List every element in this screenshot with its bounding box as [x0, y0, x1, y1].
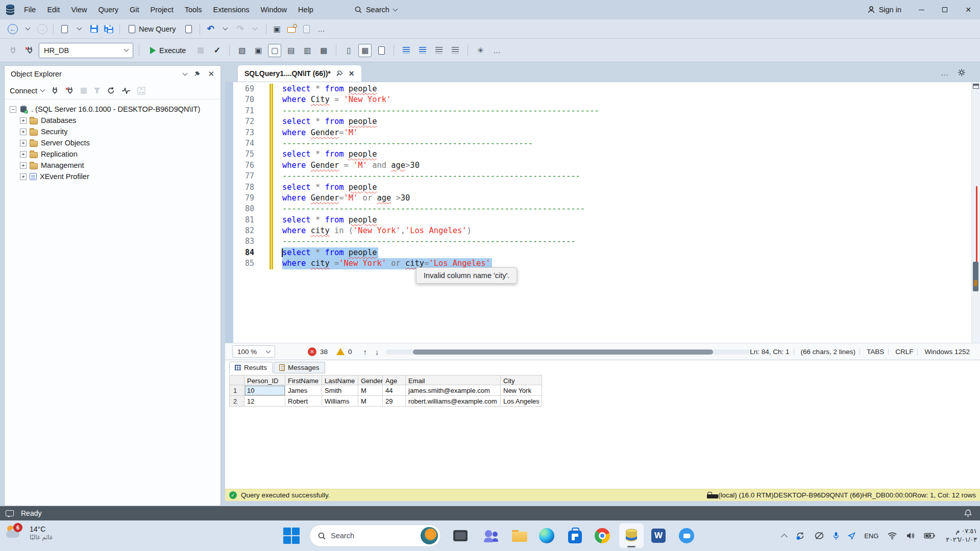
new-query-button[interactable]: New Query [124, 21, 181, 37]
back-dropdown[interactable] [21, 22, 34, 36]
code-line[interactable]: 83 -------------------------------------… [225, 236, 971, 247]
touchpad-disabled-icon[interactable] [814, 531, 824, 540]
tree-node-server[interactable]: − . (SQL Server 16.0.1000 - DESKTOP-B96D… [5, 104, 220, 115]
expand-icon[interactable]: + [20, 173, 27, 180]
grid-cell[interactable]: Smith [322, 385, 358, 396]
filter-icon[interactable] [93, 87, 101, 94]
taskbar-app-chrome[interactable] [590, 523, 615, 548]
code-line[interactable]: 75 select * from people [225, 149, 971, 160]
feedback-bubble-icon[interactable] [6, 510, 14, 516]
column-header[interactable]: Email [406, 375, 501, 385]
tree-node[interactable]: + Replication [5, 148, 220, 160]
expand-icon[interactable]: + [20, 117, 27, 124]
code-line[interactable]: 69 select * from people [225, 84, 971, 94]
column-header[interactable]: LastName [322, 375, 358, 385]
results-to-text-button[interactable]: ▯ [342, 44, 355, 57]
grid-cell[interactable]: M [358, 385, 383, 396]
notification-bell-icon[interactable] [964, 509, 972, 517]
pin-icon[interactable] [336, 70, 343, 77]
include-actual-plan-button[interactable]: ▤ [284, 44, 298, 57]
menu-item[interactable]: Extensions [208, 0, 255, 19]
menu-item[interactable]: Help [292, 0, 319, 19]
code-line[interactable]: 81 select * from people [225, 215, 971, 226]
row-number[interactable]: 2 [229, 396, 244, 407]
expand-icon[interactable]: + [20, 129, 27, 135]
taskbar-app-store[interactable] [562, 523, 587, 548]
tree-node[interactable]: + Security [5, 126, 220, 137]
clock-widget[interactable]: ٠٧:٥١ م ٢٠٢٦/٠١/٠٣ [944, 527, 977, 544]
results-to-file-button[interactable] [375, 44, 388, 57]
language-indicator[interactable]: ENG [864, 532, 878, 540]
code-line[interactable]: 76 where Gender = 'M' and age>30 [225, 160, 971, 171]
open-query-button[interactable] [182, 22, 195, 36]
grid-cell[interactable]: 44 [383, 385, 406, 396]
taskbar-app-device[interactable] [448, 523, 473, 548]
connect-db-button[interactable] [6, 44, 19, 57]
activity-pulse-icon[interactable] [121, 88, 131, 94]
code-line[interactable]: 85 where city ='New York' or city='Los A… [225, 258, 971, 269]
code-line[interactable]: 73 where Gender='M' [225, 128, 971, 138]
cancel-query-button[interactable] [194, 44, 207, 57]
grid-cell[interactable]: Williams [322, 396, 358, 407]
previous-error-button[interactable]: ↑ [363, 347, 368, 356]
code-line[interactable]: 72 select * from people [225, 116, 971, 127]
splitter-icon[interactable] [973, 84, 979, 89]
taskbar-search[interactable]: Search [309, 524, 441, 547]
grid-cell[interactable]: James [285, 385, 322, 396]
start-button[interactable] [279, 523, 304, 548]
code-line[interactable]: 82 where city in ('New York','Los Angele… [225, 226, 971, 236]
new-file-button[interactable] [58, 22, 71, 36]
grid-cell[interactable]: robert.williams@example.com [406, 396, 501, 407]
table-row[interactable]: 2 12RobertWilliamsM29robert.williams@exa… [229, 396, 980, 407]
tray-overflow-button[interactable] [782, 533, 787, 539]
code-line[interactable]: 78 select * from people [225, 182, 971, 193]
grid-cell[interactable]: 29 [383, 396, 406, 407]
code-line[interactable]: 77 -------------------------------------… [225, 171, 971, 182]
code-line[interactable]: 70 where City = 'New York' [225, 94, 971, 105]
tree-node[interactable]: + Databases [5, 115, 220, 126]
tab-results[interactable]: Results [229, 362, 273, 373]
live-query-stats-button[interactable]: ▥ [301, 44, 314, 57]
tab-list-overflow-button[interactable]: … [941, 68, 948, 77]
settings-gear-icon[interactable] [958, 68, 966, 77]
change-connection-button[interactable] [22, 44, 36, 57]
file-compare-button[interactable] [300, 22, 313, 36]
warning-icon[interactable] [336, 348, 345, 355]
taskbar-app-ssms-active[interactable] [619, 523, 644, 548]
undo-dropdown[interactable] [219, 22, 232, 36]
close-tab-icon[interactable]: ✕ [349, 69, 355, 78]
scrollbar-thumb[interactable] [413, 349, 713, 355]
save-button[interactable] [87, 22, 101, 36]
menu-search[interactable]: Search [355, 6, 397, 14]
battery-charging-icon[interactable] [924, 533, 935, 539]
uncomment-lines-button[interactable] [416, 44, 429, 57]
menu-item[interactable]: View [65, 0, 92, 19]
tree-node[interactable]: + XEvent Profiler [5, 171, 220, 182]
table-row[interactable]: 1 10JamesSmithM44james.smith@example.com… [229, 385, 980, 396]
expand-icon[interactable]: + [20, 162, 27, 169]
zoom-selector[interactable]: 100 % [232, 345, 275, 358]
grid-cell[interactable]: 10 [244, 385, 285, 396]
scrollbar-thumb[interactable] [973, 262, 978, 291]
volume-icon[interactable] [906, 532, 915, 540]
database-selector[interactable]: HR_DB [39, 43, 133, 58]
stop-icon[interactable] [81, 88, 87, 94]
code-line[interactable]: 71 -------------------------------------… [225, 106, 971, 116]
undo-button[interactable]: ↶ [204, 22, 217, 36]
connect-dropdown[interactable]: Connect [10, 87, 44, 95]
minimize-button[interactable] [910, 0, 933, 19]
intellisense-toggle-button[interactable]: ▢ [268, 44, 281, 57]
tree-node[interactable]: + Server Objects [5, 137, 220, 148]
code-line[interactable]: 80 -------------------------------------… [225, 204, 971, 214]
tree-node[interactable]: + Management [5, 160, 220, 171]
pin-button[interactable] [194, 71, 201, 78]
sign-in-button[interactable]: Sign in [859, 6, 910, 14]
grid-cell[interactable]: New York [501, 385, 542, 396]
code-line[interactable]: 79 where Gender='M' or age >30 [225, 193, 971, 204]
code-editor[interactable]: 69 select * from people 70 where City = … [225, 82, 980, 343]
menu-item[interactable]: Edit [41, 0, 65, 19]
column-header[interactable]: Person_ID [244, 375, 285, 385]
microphone-in-use-icon[interactable] [833, 532, 839, 540]
new-file-dropdown[interactable] [72, 22, 86, 36]
redo-dropdown[interactable] [249, 22, 262, 36]
